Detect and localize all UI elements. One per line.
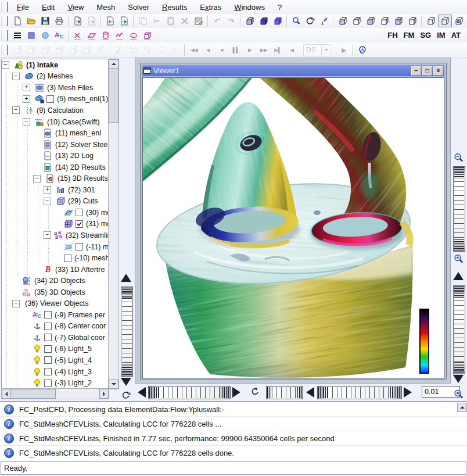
tree-scroll-thumb[interactable] (109, 68, 118, 123)
tree-item-36-viewer-objects[interactable]: −(36) Viewer Objects (2, 298, 109, 309)
vertical-thumbwheel[interactable] (121, 287, 133, 377)
checkbox-unchecked[interactable] (46, 95, 54, 103)
scroll-up-button[interactable] (453, 272, 464, 280)
tree-item-9-frames-per[interactable]: AbC(-9) Frames per (2, 309, 109, 321)
mesh-display-4-button[interactable] (52, 44, 66, 56)
tree-item-9-calculation[interactable]: −(9) Calculation (2, 105, 109, 116)
tree-item-31-mesh[interactable]: (31) mesh (2, 219, 109, 230)
toolbar-grip[interactable] (1, 30, 8, 41)
collapse-icon[interactable]: − (23, 118, 30, 126)
orthographic-button[interactable] (438, 15, 452, 27)
mesh-display-6-button[interactable] (80, 44, 94, 56)
toolbar-grip[interactable] (1, 2, 8, 12)
create-cylinder-button[interactable] (99, 29, 113, 42)
anim-to-end-button[interactable]: ▶▌ (271, 44, 285, 56)
tree-item-14-2d-results[interactable]: (14) 2D Results (2, 162, 109, 173)
delete-button[interactable] (178, 15, 192, 27)
chevron-down-icon[interactable] (321, 45, 331, 55)
export-button[interactable] (85, 15, 99, 27)
properties-button[interactable] (192, 15, 206, 27)
checkbox-unchecked[interactable] (44, 356, 52, 364)
view-iso-button[interactable] (391, 15, 405, 27)
mode-at-button[interactable]: AT (448, 30, 464, 41)
view-top-button[interactable] (350, 15, 364, 27)
tree-hscroll-thumb[interactable] (10, 389, 56, 399)
create-box-button[interactable] (141, 29, 155, 42)
anim-play2-button[interactable]: ▶ (337, 44, 351, 56)
menu-edit[interactable]: Edit (35, 1, 61, 13)
collapse-icon[interactable]: − (12, 300, 20, 307)
pan-down-button[interactable] (121, 378, 131, 386)
pan-thumbwheel-vertical[interactable] (453, 285, 465, 374)
create-plane-button[interactable] (85, 29, 99, 42)
tree-scroll-right-button[interactable] (99, 389, 109, 399)
tree-item-72-301[interactable]: +(72) 301 (2, 184, 109, 196)
log-scroll-up-button[interactable] (457, 403, 467, 412)
tree-vertical-scrollbar[interactable] (108, 59, 119, 389)
node-swirl-button[interactable] (155, 44, 168, 56)
checkbox-unchecked[interactable] (64, 255, 71, 262)
annotation-text-button[interactable]: AbC (52, 29, 66, 42)
collapse-icon[interactable]: − (44, 198, 51, 205)
tree-item-15-3d-results[interactable]: −(15) 3D Results (2, 173, 109, 184)
tree-item-3-mesh-files[interactable]: +(3) Mesh Files (2, 82, 109, 94)
zoom-left-button[interactable] (306, 387, 314, 398)
viewer-window[interactable]: Viewer1 − □ × (140, 63, 447, 380)
dolly-thumbwheel[interactable] (266, 386, 303, 399)
import-button[interactable] (71, 15, 85, 27)
function-button[interactable]: F (94, 44, 108, 56)
fill-square-button[interactable] (24, 29, 38, 42)
model-tree[interactable]: −(1) intake−(2) Meshes+(3) Mesh Files+(5… (1, 59, 109, 389)
save-button[interactable] (38, 15, 52, 27)
toolbar-grip[interactable] (1, 16, 8, 26)
zoom-right-button[interactable] (404, 387, 412, 398)
checkbox-unchecked[interactable] (44, 345, 52, 353)
tree-item-32-streamlines[interactable]: −(32) Streamlines (2, 230, 109, 241)
expand-icon[interactable]: + (23, 95, 30, 103)
expand-icon[interactable]: + (23, 84, 30, 91)
collapse-icon[interactable]: − (33, 175, 41, 182)
pick-tool-button[interactable] (317, 15, 331, 27)
viewer-titlebar[interactable]: Viewer1 − □ × (142, 65, 444, 76)
view-left-button[interactable] (364, 15, 378, 27)
minimize-button[interactable]: − (411, 66, 421, 76)
anim-step-back-button[interactable]: ◀ (201, 44, 215, 56)
tree-scroll-up-button[interactable] (109, 59, 118, 69)
tree-scroll-down-button[interactable] (109, 380, 118, 389)
menu-help[interactable]: ? (271, 1, 288, 13)
view-bottom-button[interactable] (405, 15, 419, 27)
checkbox-unchecked[interactable] (44, 380, 52, 387)
zoom-thumbwheel-vertical[interactable] (453, 166, 465, 252)
mesh-display-2-button[interactable] (24, 44, 38, 56)
view-front-button[interactable] (336, 15, 350, 27)
create-point-button[interactable] (71, 29, 85, 42)
tree-scroll-left-button[interactable] (2, 389, 11, 399)
mesh-display-3-button[interactable] (38, 44, 52, 56)
checkbox-unchecked[interactable] (44, 368, 52, 375)
open-file-button[interactable] (24, 15, 38, 27)
anim-stop-button[interactable]: ■ (215, 44, 229, 56)
mode-fh-button[interactable]: FH (385, 30, 400, 41)
tree-item-10-case-swift[interactable]: −(10) Case(Swift) (2, 116, 109, 128)
record-movie-button[interactable] (355, 44, 369, 56)
tree-item-29-cuts[interactable]: −(29) Cuts (2, 196, 109, 207)
checkbox-unchecked[interactable] (44, 334, 52, 341)
undo-button[interactable]: ↶ (210, 15, 224, 27)
tree-item-6-light-5[interactable]: (-6) Light_5 (2, 343, 109, 355)
mode-sg-button[interactable]: SG (417, 30, 434, 41)
tree-item-11-mes[interactable]: (-11) mes (2, 241, 109, 253)
shade-cube-flat-button[interactable] (271, 15, 285, 27)
checkbox-checked[interactable] (76, 220, 83, 228)
sphere-button[interactable] (38, 29, 52, 42)
zoom-fit-icon[interactable] (453, 389, 464, 402)
mode-fm-button[interactable]: FM (401, 30, 418, 41)
tree-horizontal-scrollbar[interactable] (1, 388, 109, 399)
tree-item-34-2d-objects[interactable]: abc(34) 2D Objects (2, 275, 109, 287)
zoom-tool-button[interactable] (289, 15, 303, 27)
tree-item-4-light-3[interactable]: (-4) Light_3 (2, 366, 109, 378)
paste-button[interactable] (164, 15, 178, 27)
rotation-thumbwheel[interactable] (148, 386, 231, 399)
tree-item-1-intake[interactable]: −(1) intake (2, 59, 109, 71)
collapse-icon[interactable]: − (12, 73, 20, 80)
reset-view-icon[interactable] (250, 386, 260, 399)
